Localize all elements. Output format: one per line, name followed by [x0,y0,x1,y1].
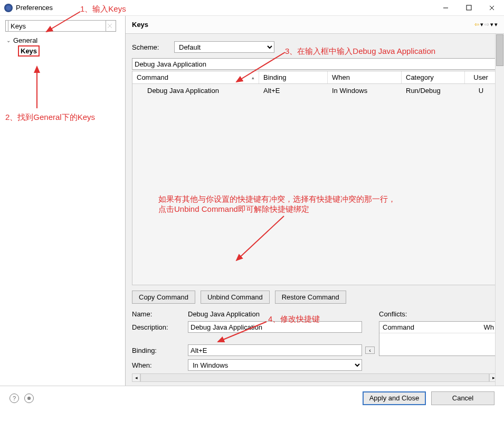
window-title: Preferences [16,4,438,12]
tree-label: General [12,36,39,45]
scheme-select[interactable]: Default [174,41,274,53]
cell-user: U [465,86,497,96]
when-select[interactable]: In Windows [188,359,362,371]
tree-label: Keys [18,45,40,57]
binding-input[interactable] [188,344,362,356]
svg-rect-1 [467,5,471,10]
column-command[interactable]: Command▴ [132,71,259,83]
scroll-left-icon: ◂ [132,373,140,382]
table-header: Command▴ Binding When Category User [132,71,497,84]
clear-search-icon[interactable] [106,22,113,30]
dialog-footer: ? Apply and Close Cancel [0,386,504,410]
titlebar: Preferences [0,0,504,16]
conflicts-label: Conflicts: [379,310,498,318]
unbind-command-button[interactable]: Unbind Command [201,291,270,304]
cancel-button[interactable]: Cancel [431,391,495,405]
conflicts-col-command[interactable]: Command [383,323,484,331]
copy-command-button[interactable]: Copy Command [132,291,195,304]
clear-binding-button[interactable]: ‹ [365,347,375,354]
name-value: Debug Java Application [188,310,362,318]
horizontal-scrollbar[interactable]: ◂ ▸ [132,373,498,382]
vertical-scrollbar[interactable] [495,34,504,386]
command-filter-input[interactable] [132,58,498,70]
back-menu-icon[interactable]: ▾ [480,21,483,28]
help-button[interactable]: ? [9,394,19,403]
keybinding-table[interactable]: Command▴ Binding When Category User Debu… [132,71,498,285]
conflicts-table[interactable]: Command Wh [379,321,498,356]
close-button[interactable] [484,2,500,14]
forward-menu-icon[interactable]: ▾ [490,21,493,28]
binding-label: Binding: [132,347,185,354]
table-row[interactable]: Debug Java Application Alt+E In Windows … [132,84,497,97]
description-input[interactable] [188,321,362,333]
category-tree[interactable]: ⌄ General Keys [1,35,124,56]
eclipse-icon [4,4,13,12]
chevron-down-icon[interactable]: ⌄ [5,38,12,43]
tree-item-keys[interactable]: Keys [5,45,124,56]
conflicts-col-when[interactable]: Wh [484,323,495,331]
cell-category: Run/Debug [402,86,465,96]
apply-and-close-button[interactable]: Apply and Close [363,391,426,405]
page-header: Keys ⇦ ▾ ⇨ ▾ ▾ [126,16,504,34]
tree-item-general[interactable]: ⌄ General [5,35,124,45]
cell-binding: Alt+E [259,86,328,96]
when-label: When: [132,361,185,369]
import-export-button[interactable] [24,394,34,403]
sort-asc-icon: ▴ [252,75,254,80]
column-user[interactable]: User [465,71,497,83]
scheme-label: Scheme: [132,43,174,51]
preferences-sidebar: ⌄ General Keys [0,16,126,386]
preferences-content: Keys ⇦ ▾ ⇨ ▾ ▾ Scheme: Default Command▴ [126,16,504,386]
back-icon[interactable]: ⇦ [474,21,479,28]
restore-command-button[interactable]: Restore Command [275,291,346,304]
column-category[interactable]: Category [402,71,465,83]
filter-search-input[interactable] [8,20,106,32]
page-title: Keys [132,21,474,29]
column-when[interactable]: When [328,71,402,83]
cell-when: In Windows [328,86,402,96]
forward-icon[interactable]: ⇨ [484,21,489,28]
column-binding[interactable]: Binding [259,71,328,83]
maximize-button[interactable] [461,2,477,14]
cell-command: Debug Java Application [132,86,259,96]
minimize-button[interactable] [438,2,453,14]
filter-search-box[interactable] [5,20,116,32]
view-menu-icon[interactable]: ▾ [495,21,498,28]
description-label: Description: [132,323,185,331]
history-nav: ⇦ ▾ ⇨ ▾ ▾ [474,21,498,28]
name-label: Name: [132,310,185,318]
